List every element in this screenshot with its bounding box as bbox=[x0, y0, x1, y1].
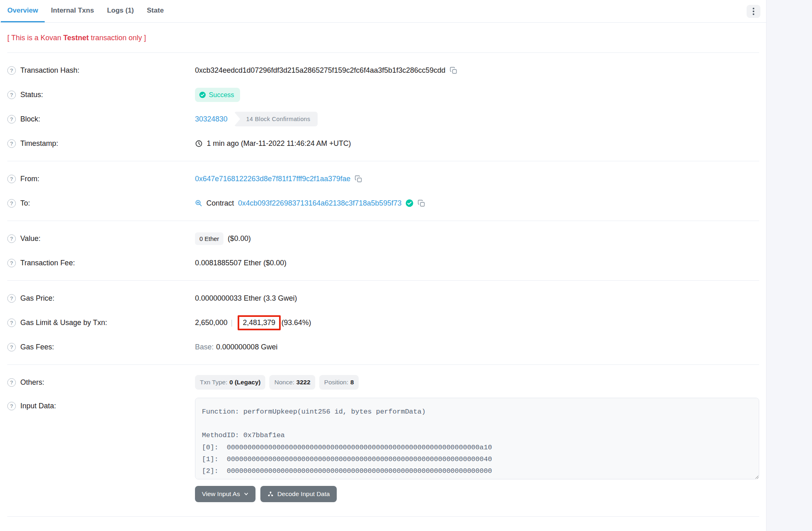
help-icon[interactable] bbox=[7, 378, 16, 387]
value-usd: ($0.00) bbox=[227, 234, 251, 243]
copy-icon bbox=[355, 175, 362, 183]
input-data-textarea[interactable]: Function: performUpkeep(uint256 id, byte… bbox=[195, 398, 759, 479]
gas-usage-percent: (93.64%) bbox=[281, 319, 311, 327]
help-icon[interactable] bbox=[7, 234, 16, 243]
gas-usage-value: 2,481,379 bbox=[243, 319, 275, 327]
row-status: Status: Success bbox=[7, 82, 759, 107]
help-icon[interactable] bbox=[7, 115, 16, 124]
divider bbox=[7, 280, 759, 281]
row-from: From: 0x647e7168122263d8e7f81f17fff9c2f1… bbox=[7, 167, 759, 191]
gas-separator: | bbox=[231, 319, 233, 327]
divider bbox=[7, 52, 759, 53]
row-value: Value: 0 Ether ($0.00) bbox=[7, 226, 759, 251]
timestamp-label: Timestamp: bbox=[20, 139, 58, 148]
row-gas-limit-usage: Gas Limit & Usage by Txn: 2,650,000 | 2,… bbox=[7, 310, 759, 335]
row-gas-fees: Gas Fees: Base: 0.000000008 Gwei bbox=[7, 335, 759, 359]
row-to: To: Contract 0x4cb093f226983713164a62138… bbox=[7, 191, 759, 215]
row-transaction-hash: Transaction Hash: 0xcb324eedcd1d07296fdf… bbox=[7, 58, 759, 82]
help-icon[interactable] bbox=[7, 402, 16, 410]
nonce-value: 3222 bbox=[297, 379, 310, 386]
zoom-in-icon[interactable] bbox=[195, 199, 202, 207]
tab-internal-txns[interactable]: Internal Txns bbox=[45, 0, 101, 22]
copy-icon bbox=[418, 199, 425, 207]
help-icon[interactable] bbox=[7, 259, 16, 267]
txn-type-value: 0 (Legacy) bbox=[230, 379, 261, 386]
nonce-label: Nonce: bbox=[274, 379, 294, 386]
copy-icon bbox=[450, 67, 457, 74]
verified-check-icon bbox=[405, 199, 414, 207]
input-data-label: Input Data: bbox=[20, 402, 56, 410]
help-icon[interactable] bbox=[7, 199, 16, 208]
tab-logs[interactable]: Logs (1) bbox=[100, 0, 140, 22]
transaction-overview-card: Overview Internal Txns Logs (1) State [ … bbox=[0, 0, 767, 531]
testnet-notice: [ This is a Kovan Testnet transaction on… bbox=[7, 34, 759, 42]
clock-icon bbox=[195, 140, 203, 147]
gas-fees-label: Gas Fees: bbox=[20, 343, 54, 351]
divider bbox=[7, 221, 759, 221]
row-transaction-fee: Transaction Fee: 0.0081885507 Ether ($0.… bbox=[7, 251, 759, 275]
value-label: Value: bbox=[20, 234, 41, 243]
help-icon[interactable] bbox=[7, 139, 16, 148]
divider bbox=[7, 516, 759, 517]
testnet-notice-prefix: [ This is a Kovan bbox=[7, 34, 63, 42]
help-icon[interactable] bbox=[7, 175, 16, 183]
from-label: From: bbox=[20, 175, 39, 183]
block-confirmations-badge: 14 Block Confirmations bbox=[234, 112, 318, 126]
testnet-notice-bold: Testnet bbox=[63, 34, 89, 42]
txn-type-label: Txn Type: bbox=[200, 379, 227, 386]
divider bbox=[7, 364, 759, 365]
position-label: Position: bbox=[324, 379, 348, 386]
gas-usage-highlight-box: 2,481,379 bbox=[238, 315, 281, 330]
decode-input-data-button[interactable]: Decode Input Data bbox=[260, 486, 337, 502]
gas-fees-base-label: Base: bbox=[195, 343, 214, 351]
gas-limit-value: 2,650,000 bbox=[195, 319, 227, 327]
status-label: Status: bbox=[20, 91, 43, 99]
to-contract-prefix: Contract bbox=[206, 199, 234, 208]
row-others: Others: Txn Type: 0 (Legacy) Nonce: 3222… bbox=[7, 370, 759, 394]
decode-input-data-label: Decode Input Data bbox=[277, 490, 330, 498]
gas-price-label: Gas Price: bbox=[20, 294, 54, 303]
timestamp-value: 1 min ago (Mar-11-2022 11:46:24 AM +UTC) bbox=[207, 139, 351, 148]
help-icon[interactable] bbox=[7, 294, 16, 303]
view-input-as-button[interactable]: View Input As bbox=[195, 486, 256, 502]
from-address-link[interactable]: 0x647e7168122263d8e7f81f17fff9c2f1aa379f… bbox=[195, 175, 351, 183]
transaction-fee-label: Transaction Fee: bbox=[20, 259, 75, 267]
help-icon[interactable] bbox=[7, 66, 16, 75]
check-circle-icon bbox=[199, 91, 206, 98]
to-label: To: bbox=[20, 199, 30, 208]
tab-overview[interactable]: Overview bbox=[1, 0, 45, 22]
help-icon[interactable] bbox=[7, 343, 16, 351]
row-input-data: Input Data: Function: performUpkeep(uint… bbox=[7, 398, 759, 511]
chevron-down-icon bbox=[244, 492, 249, 496]
transaction-hash-label: Transaction Hash: bbox=[20, 66, 79, 75]
help-icon[interactable] bbox=[7, 91, 16, 99]
row-gas-price: Gas Price: 0.0000000033 Ether (3.3 Gwei) bbox=[7, 286, 759, 310]
help-icon[interactable] bbox=[7, 319, 16, 327]
others-label: Others: bbox=[20, 378, 44, 387]
kebab-dot bbox=[753, 8, 754, 9]
tab-bar: Overview Internal Txns Logs (1) State bbox=[0, 0, 767, 23]
position-value: 8 bbox=[351, 379, 354, 386]
view-input-as-label: View Input As bbox=[202, 490, 240, 498]
gas-limit-label: Gas Limit & Usage by Txn: bbox=[20, 319, 107, 327]
block-number-link[interactable]: 30324830 bbox=[195, 115, 227, 124]
testnet-notice-suffix: transaction only ] bbox=[89, 34, 146, 42]
copy-to-button[interactable] bbox=[418, 199, 425, 207]
position-badge: Position: 8 bbox=[319, 375, 359, 390]
to-address-link[interactable]: 0x4cb093f226983713164a62138c3f718a5b595f… bbox=[238, 199, 401, 208]
row-timestamp: Timestamp: 1 min ago (Mar-11-2022 11:46:… bbox=[7, 131, 759, 156]
gas-price-value: 0.0000000033 Ether (3.3 Gwei) bbox=[195, 294, 297, 303]
block-label: Block: bbox=[20, 115, 40, 124]
gas-fees-base-value: 0.000000008 Gwei bbox=[216, 343, 277, 351]
copy-hash-button[interactable] bbox=[450, 67, 457, 74]
status-text: Success bbox=[209, 91, 234, 99]
txn-type-badge: Txn Type: 0 (Legacy) bbox=[195, 375, 265, 390]
status-badge: Success bbox=[195, 88, 240, 102]
row-block: Block: 30324830 14 Block Confirmations bbox=[7, 107, 759, 131]
tab-state[interactable]: State bbox=[141, 0, 171, 22]
copy-from-button[interactable] bbox=[355, 175, 362, 183]
transaction-hash-value: 0xcb324eedcd1d07296fdf3d215a2865275f159c… bbox=[195, 66, 446, 75]
kebab-menu-button[interactable] bbox=[747, 5, 760, 18]
kebab-dot bbox=[753, 13, 754, 15]
kebab-dot bbox=[753, 11, 754, 12]
